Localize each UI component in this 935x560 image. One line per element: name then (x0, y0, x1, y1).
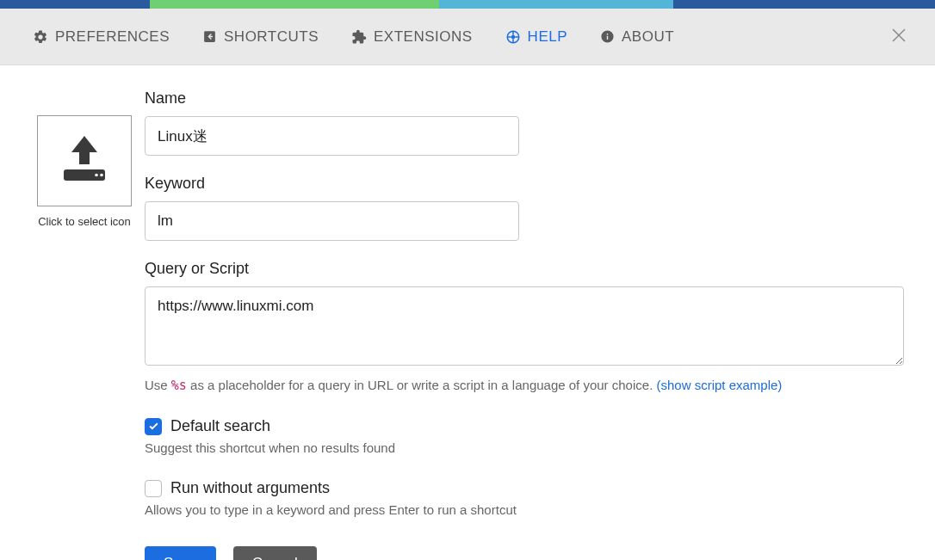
close-button[interactable] (889, 25, 909, 49)
name-field-group: Name (145, 89, 904, 156)
query-field-group: Query or Script Use %s as a placeholder … (145, 260, 904, 393)
keyword-label: Keyword (145, 175, 904, 193)
tab-label: PREFERENCES (55, 28, 170, 46)
query-helper: Use %s as a placeholder for a query in U… (145, 378, 904, 393)
keyword-field-group: Keyword (145, 175, 904, 241)
puzzle-icon (351, 29, 367, 45)
upload-icon (54, 133, 115, 188)
form-column: Name Keyword Query or Script Use %s as a… (145, 89, 911, 560)
help-icon (505, 29, 521, 45)
tab-preferences[interactable]: PREFERENCES (33, 28, 170, 46)
button-row: Save Cancel (145, 546, 904, 560)
name-input[interactable] (145, 116, 519, 156)
run-without-args-helper: Allows you to type in a keyword and pres… (145, 502, 904, 517)
gear-icon (33, 29, 48, 45)
cancel-button[interactable]: Cancel (233, 546, 317, 560)
query-helper-pre: Use (145, 378, 171, 392)
info-icon (600, 29, 615, 44)
shortcut-icon (202, 29, 217, 44)
run-without-args-label: Run without arguments (170, 479, 330, 497)
tab-label: EXTENSIONS (374, 28, 473, 46)
svg-point-1 (511, 34, 515, 39)
query-helper-post: as a placeholder for a query in URL or w… (187, 378, 657, 392)
script-example-link[interactable]: (show script example) (656, 378, 782, 392)
tab-about[interactable]: ABOUT (600, 28, 674, 46)
icon-picker[interactable] (37, 115, 132, 206)
svg-rect-8 (64, 169, 105, 181)
tab-label: ABOUT (622, 28, 674, 46)
svg-point-9 (95, 174, 98, 177)
window-top-stripe (0, 0, 935, 9)
save-button[interactable]: Save (145, 546, 216, 560)
run-without-args-group: Run without arguments Allows you to type… (145, 479, 904, 517)
default-search-label: Default search (170, 417, 270, 435)
default-search-helper: Suggest this shortcut when no results fo… (145, 440, 904, 455)
query-label: Query or Script (145, 260, 904, 278)
run-without-args-row: Run without arguments (145, 479, 904, 497)
query-textarea[interactable] (145, 286, 904, 366)
default-search-checkbox[interactable] (145, 418, 162, 435)
run-without-args-checkbox[interactable] (145, 480, 162, 497)
default-search-row: Default search (145, 417, 904, 435)
tab-shortcuts[interactable]: SHORTCUTS (202, 28, 319, 46)
icon-column: Click to select icon (24, 89, 145, 560)
svg-point-10 (100, 174, 103, 177)
query-helper-code: %s (171, 378, 187, 393)
default-search-group: Default search Suggest this shortcut whe… (145, 417, 904, 455)
name-label: Name (145, 89, 904, 108)
tab-bar: PREFERENCES SHORTCUTS EXTENSIONS HELP AB… (0, 9, 935, 65)
tab-label: HELP (528, 28, 567, 46)
tab-help[interactable]: HELP (505, 28, 567, 46)
icon-picker-label: Click to select icon (38, 215, 131, 228)
tab-label: SHORTCUTS (224, 28, 319, 46)
keyword-input[interactable] (145, 201, 519, 241)
content-area: Click to select icon Name Keyword Query … (0, 65, 935, 560)
tab-extensions[interactable]: EXTENSIONS (351, 28, 473, 46)
